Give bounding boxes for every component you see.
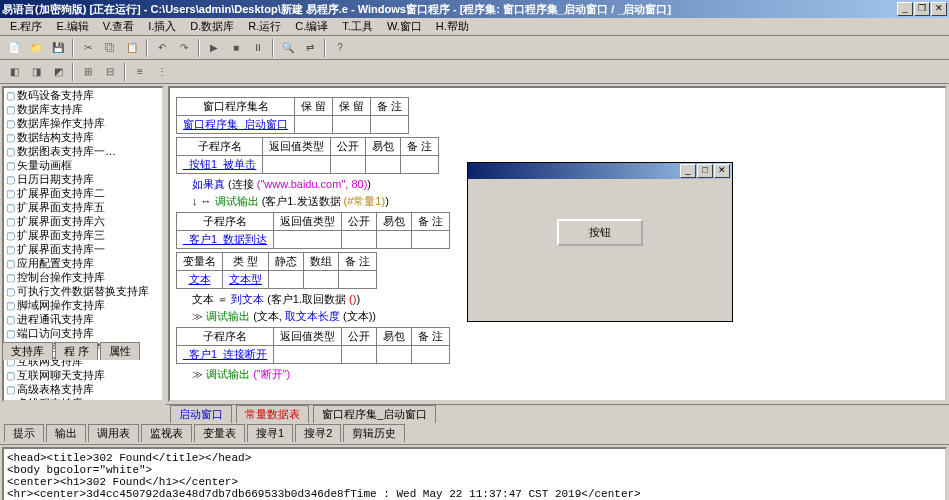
tool-f-icon[interactable]: ≡ [130,62,150,82]
code-line-5[interactable]: ≫ 调试输出 ("断开") [192,367,939,382]
open-icon[interactable]: 📁 [26,38,46,58]
paste-icon[interactable]: 📋 [122,38,142,58]
tab-startwin[interactable]: 启动窗口 [170,405,232,423]
menu-help[interactable]: H.帮助 [430,18,475,35]
tool-g-icon[interactable]: ⋮ [152,62,172,82]
tab-calls[interactable]: 调用表 [88,424,139,442]
toolbar-1: 📄 📁 💾 ✂ ⿻ 📋 ↶ ↷ ▶ ■ ⏸ 🔍 ⇄ ? [0,36,949,60]
output-pane[interactable]: <head><title>302 Found</title></head> <b… [2,447,947,500]
main-titlebar: 易语言(加密狗版) [正在运行] - C:\Users\admin\Deskto… [0,0,949,18]
sidebar-item[interactable]: 互联网聊天支持库 [4,368,162,382]
sub2-table: 子程序名返回值类型公开易包备 注 _客户1_数据到达 [176,212,450,249]
tab-find2[interactable]: 搜寻2 [295,424,341,442]
sidebar-item[interactable]: 扩展界面支持库一 [4,242,162,256]
menu-tools[interactable]: T.工具 [336,18,379,35]
sub3-table: 子程序名返回值类型公开易包备 注 _客户1_连接断开 [176,327,450,364]
sidebar-item[interactable]: 矢量动画框 [4,158,162,172]
tool-b-icon[interactable]: ◨ [26,62,46,82]
toolbar-2: ◧ ◨ ◩ ⊞ ⊟ ≡ ⋮ [0,60,949,84]
sidebar-item[interactable]: 数码设备支持库 [4,88,162,102]
sidebar-item[interactable]: 控制台操作支持库 [4,270,162,284]
var-name[interactable]: 文本 [177,271,223,289]
sidebar-item[interactable]: 数据库支持库 [4,102,162,116]
code-tabs: 启动窗口 常量数据表 窗口程序集_启动窗口 [166,404,949,422]
tab-find1[interactable]: 搜寻1 [247,424,293,442]
copy-icon[interactable]: ⿻ [100,38,120,58]
tool-c-icon[interactable]: ◩ [48,62,68,82]
close-button[interactable]: ✕ [931,2,947,16]
run-icon[interactable]: ▶ [204,38,224,58]
help-icon[interactable]: ? [330,38,350,58]
maximize-button[interactable]: ❐ [914,2,930,16]
tab-hint[interactable]: 提示 [4,424,44,442]
tab-prop[interactable]: 属性 [100,342,140,360]
tab-clip[interactable]: 剪辑历史 [343,424,405,442]
sidebar-item[interactable]: 多线程支持库 [4,396,162,402]
minimize-button[interactable]: _ [897,2,913,16]
menu-run[interactable]: R.运行 [242,18,287,35]
menu-view[interactable]: V.查看 [97,18,140,35]
tab-prog[interactable]: 程 序 [55,342,98,360]
redo-icon[interactable]: ↷ [174,38,194,58]
menubar: E.程序 E.编辑 V.查看 I.插入 D.数据库 R.运行 C.编译 T.工具… [0,18,949,36]
sidebar-item[interactable]: 进程通讯支持库 [4,312,162,326]
menu-program[interactable]: E.程序 [4,18,48,35]
sidebar-item[interactable]: 端口访问支持库 [4,326,162,340]
sidebar-item[interactable]: 扩展界面支持库三 [4,228,162,242]
tool-a-icon[interactable]: ◧ [4,62,24,82]
sidebar-item[interactable]: 应用配置支持库 [4,256,162,270]
find-icon[interactable]: 🔍 [278,38,298,58]
new-icon[interactable]: 📄 [4,38,24,58]
menu-database[interactable]: D.数据库 [184,18,240,35]
pause-icon[interactable]: ⏸ [248,38,268,58]
menu-insert[interactable]: I.插入 [142,18,182,35]
preview-window[interactable]: _ □ ✕ 按钮 [467,162,733,322]
sidebar-item[interactable]: 扩展界面支持库六 [4,214,162,228]
replace-icon[interactable]: ⇄ [300,38,320,58]
child-maximize-button[interactable]: □ [697,164,713,178]
cut-icon[interactable]: ✂ [78,38,98,58]
sidebar-item[interactable]: 日历日期支持库 [4,172,162,186]
sub1-table: 子程序名返回值类型公开易包备 注 _按钮1_被单击 [176,137,439,174]
lower-panel: 提示 输出 调用表 监视表 变量表 搜寻1 搜寻2 剪辑历史 <head><ti… [0,422,949,500]
sidebar-item[interactable]: 数据图表支持库一… [4,144,162,158]
sidebar-item[interactable]: 数据库操作支持库 [4,116,162,130]
sub3-name[interactable]: _客户1_连接断开 [177,346,274,364]
menu-edit[interactable]: E.编辑 [50,18,94,35]
sidebar-tabs: 支持库 程 序 属性 [2,342,140,360]
assembly-table: 窗口程序集名保 留保 留备 注 窗口程序集_启动窗口 [176,97,409,134]
sidebar-item[interactable]: 扩展界面支持库五 [4,200,162,214]
tab-const[interactable]: 常量数据表 [236,405,309,423]
sidebar-item[interactable]: 数据结构支持库 [4,130,162,144]
tab-lib[interactable]: 支持库 [2,342,53,360]
tab-assembly[interactable]: 窗口程序集_启动窗口 [313,405,436,423]
undo-icon[interactable]: ↶ [152,38,172,58]
child-close-button[interactable]: ✕ [714,164,730,178]
assembly-name[interactable]: 窗口程序集_启动窗口 [177,116,295,134]
sub1-name[interactable]: _按钮1_被单击 [177,156,263,174]
menu-window[interactable]: W.窗口 [381,18,428,35]
sidebar-item[interactable]: 脚域网操作支持库 [4,298,162,312]
tool-e-icon[interactable]: ⊟ [100,62,120,82]
sidebar-item[interactable]: 高级表格支持库 [4,382,162,396]
tab-watch[interactable]: 监视表 [141,424,192,442]
sub2-name[interactable]: _客户1_数据到达 [177,231,274,249]
stop-icon[interactable]: ■ [226,38,246,58]
sidebar-item[interactable]: 可执行文件数据替换支持库 [4,284,162,298]
preview-button[interactable]: 按钮 [557,219,643,246]
var-table: 变量名类 型静态数组备 注 文本文本型 [176,252,377,289]
menu-compile[interactable]: C.编译 [289,18,334,35]
code-editor[interactable]: 窗口程序集名保 留保 留备 注 窗口程序集_启动窗口 子程序名返回值类型公开易包… [168,86,947,402]
tab-output[interactable]: 输出 [46,424,86,442]
tab-vars[interactable]: 变量表 [194,424,245,442]
window-title: 易语言(加密狗版) [正在运行] - C:\Users\admin\Deskto… [2,2,671,17]
sidebar-item[interactable]: 扩展界面支持库二 [4,186,162,200]
child-minimize-button[interactable]: _ [680,164,696,178]
tool-d-icon[interactable]: ⊞ [78,62,98,82]
save-icon[interactable]: 💾 [48,38,68,58]
